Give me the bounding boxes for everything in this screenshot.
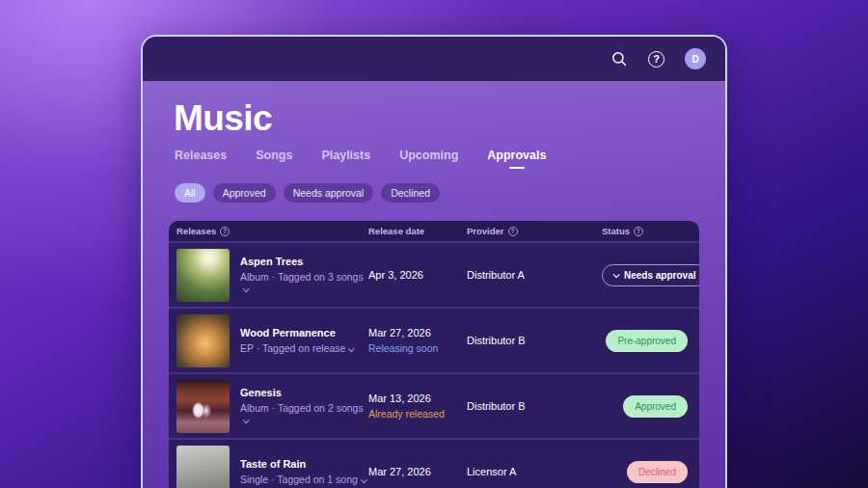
release-cell: Genesis Album · Tagged on 2 songs [169, 380, 368, 433]
table-row: Aspen Trees Album · Tagged on 3 songs Ap… [169, 241, 699, 307]
tagged-link[interactable]: 1 song [327, 474, 358, 485]
status-cell: Needs approval [602, 264, 699, 286]
help-glyph: ? [648, 51, 665, 68]
release-title: Aspen Trees [240, 256, 368, 267]
tab-approvals[interactable]: Approvals [487, 149, 546, 169]
release-cell: Wood Permanence EP · Tagged on release [169, 314, 368, 367]
column-label: Status [602, 226, 630, 236]
column-header-releases: Releases ? [169, 226, 368, 236]
release-date: Apr 3, 2026 [368, 269, 467, 281]
filter-chip-needs-approval[interactable]: Needs approval [284, 183, 374, 203]
column-header-provider: Provider ? [467, 226, 602, 236]
chevron-down-icon [613, 271, 620, 278]
release-meta-prefix: EP · Tagged on [240, 342, 310, 354]
tagged-link[interactable]: 3 songs [328, 271, 364, 283]
provider-cell: Distributor B [467, 400, 602, 412]
table-row: Wood Permanence EP · Tagged on release M… [169, 307, 699, 372]
release-cell: Taste of Rain Single · Tagged on 1 song [169, 446, 368, 488]
tabs: Releases Songs Playlists Upcoming Approv… [169, 140, 699, 169]
avatar[interactable]: D [685, 48, 706, 69]
tab-songs[interactable]: Songs [256, 149, 292, 169]
release-date-cell: Mar 27, 2026 [368, 466, 467, 477]
tab-playlists[interactable]: Playlists [321, 149, 370, 169]
chevron-down-icon [348, 345, 354, 351]
tab-label: Songs [256, 149, 292, 162]
status-label: Approved [635, 401, 676, 412]
chip-label: Approved [223, 187, 266, 199]
release-date-cell: Apr 3, 2026 [368, 269, 467, 281]
tab-label: Approvals [487, 149, 546, 162]
page-background: ? D Music Releases Songs Playlists Upcom… [0, 0, 868, 488]
release-info: Wood Permanence EP · Tagged on release [240, 327, 354, 354]
release-thumbnail [176, 314, 230, 367]
tab-label: Upcoming [399, 149, 458, 162]
release-date-cell: Mar 27, 2026 Releasing soon [368, 327, 467, 354]
release-thumbnail [176, 446, 230, 488]
release-meta-prefix: Single · Tagged on [240, 474, 324, 485]
status-pill[interactable]: Needs approval [602, 264, 699, 286]
chevron-down-icon [243, 417, 249, 422]
tagged-link[interactable]: release [312, 342, 345, 354]
column-header-status: Status ? [602, 226, 699, 236]
release-thumbnail [176, 380, 230, 433]
column-help-icon[interactable]: ? [220, 227, 230, 236]
column-help-icon[interactable]: ? [634, 227, 643, 236]
status-label: Needs approval [624, 270, 695, 281]
release-title: Genesis [240, 387, 368, 398]
tab-upcoming[interactable]: Upcoming [399, 149, 458, 169]
filter-chip-approved[interactable]: Approved [213, 183, 276, 203]
column-label: Releases [176, 226, 216, 236]
chip-label: All [184, 187, 196, 199]
date-note: Already released [368, 408, 467, 420]
column-header-release-date: Release date [368, 226, 467, 236]
app-window: ? D Music Releases Songs Playlists Upcom… [141, 35, 727, 488]
search-icon[interactable] [610, 50, 628, 68]
help-icon[interactable]: ? [648, 51, 665, 68]
filter-chip-declined[interactable]: Declined [381, 183, 440, 203]
avatar-initial: D [692, 54, 698, 65]
column-label: Release date [368, 226, 424, 236]
tagged-link[interactable]: 2 songs [328, 402, 364, 414]
release-meta: Album · Tagged on 3 songs [240, 271, 368, 294]
release-date: Mar 27, 2026 [368, 466, 467, 477]
column-label: Provider [467, 226, 504, 236]
page-title: Music [169, 81, 699, 140]
release-info: Aspen Trees Album · Tagged on 3 songs [240, 256, 368, 294]
status-pill[interactable]: Approved [623, 395, 688, 418]
release-info: Taste of Rain Single · Tagged on 1 song [240, 458, 366, 485]
releases-table: Releases ? Release date Provider ? Statu… [169, 221, 699, 488]
table-body: Aspen Trees Album · Tagged on 3 songs Ap… [169, 241, 699, 488]
filter-chip-all[interactable]: All [175, 183, 205, 203]
column-help-icon[interactable]: ? [508, 227, 518, 236]
release-meta: Single · Tagged on 1 song [240, 474, 366, 485]
status-pill[interactable]: Pre-approved [606, 330, 688, 352]
release-title: Taste of Rain [240, 458, 366, 470]
date-note: Releasing soon [368, 342, 467, 354]
chip-label: Declined [391, 187, 430, 199]
status-label: Declined [638, 467, 676, 477]
release-date-cell: Mar 13, 2026 Already released [368, 393, 467, 420]
release-thumbnail [176, 249, 230, 302]
table-row: Taste of Rain Single · Tagged on 1 song … [169, 438, 699, 488]
release-date: Mar 27, 2026 [368, 327, 467, 339]
main-content: Music Releases Songs Playlists Upcoming … [143, 81, 725, 488]
release-date: Mar 13, 2026 [368, 393, 467, 404]
provider-cell: Distributor A [467, 269, 602, 281]
table-header: Releases ? Release date Provider ? Statu… [169, 221, 699, 241]
provider-cell: Licensor A [467, 466, 602, 477]
chevron-down-icon [361, 476, 366, 482]
tab-label: Releases [175, 149, 227, 162]
chevron-down-icon [243, 285, 249, 291]
filter-chips: All Approved Needs approval Declined [169, 169, 699, 203]
release-cell: Aspen Trees Album · Tagged on 3 songs [169, 249, 368, 302]
top-bar: ? D [143, 37, 725, 81]
tab-releases[interactable]: Releases [175, 149, 227, 169]
table-row: Genesis Album · Tagged on 2 songs Mar 13… [169, 372, 699, 438]
status-pill[interactable]: Declined [627, 461, 688, 483]
release-meta: Album · Tagged on 2 songs [240, 402, 368, 425]
status-cell: Approved [602, 395, 699, 418]
active-tab-underline [509, 167, 525, 169]
release-meta: EP · Tagged on release [240, 342, 354, 354]
status-label: Pre-approved [617, 336, 676, 346]
status-cell: Pre-approved [602, 330, 699, 352]
